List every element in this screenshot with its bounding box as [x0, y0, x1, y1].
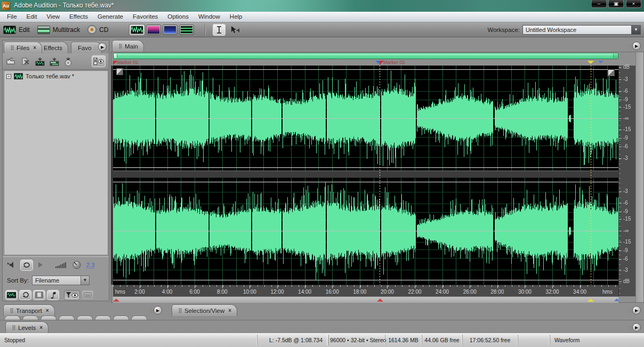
menu-item-favorites[interactable]: Favorites: [128, 12, 163, 22]
db-minor-tick: [619, 130, 621, 131]
tab-transport-close-icon[interactable]: ×: [46, 308, 49, 313]
show-loop-files-button[interactable]: [19, 290, 31, 300]
boundary-handle-left-icon[interactable]: [116, 68, 123, 75]
autoplay-icon[interactable]: [7, 261, 15, 269]
time-selection-tool-button[interactable]: [213, 24, 226, 36]
volume-knob-icon[interactable]: [72, 260, 82, 270]
volume-bars-icon[interactable]: [55, 262, 67, 268]
timeline-label: 26:00: [463, 289, 477, 295]
playhead-triangle-icon[interactable]: [587, 61, 594, 64]
db-label: dB: [623, 64, 630, 70]
menu-item-edit[interactable]: Edit: [22, 12, 42, 22]
zoom-navigation-bar[interactable]: [113, 53, 618, 59]
workspace-dropdown-arrow[interactable]: ▼: [631, 26, 640, 34]
cd-view-button[interactable]: CD: [87, 25, 108, 34]
menu-item-window[interactable]: Window: [194, 12, 225, 22]
timeline-label: 30:00: [518, 289, 532, 295]
tab-levels-close-icon[interactable]: ×: [39, 325, 43, 330]
tab-files[interactable]: Files ×: [4, 42, 42, 53]
tab-selection-close-icon[interactable]: ×: [228, 308, 231, 313]
menu-item-view[interactable]: View: [42, 12, 65, 22]
spectral-pan-button[interactable]: [163, 25, 178, 35]
main-panel-menu-button[interactable]: ▶: [632, 42, 641, 50]
show-audio-files-button[interactable]: [5, 290, 18, 300]
insert-into-cd-icon[interactable]: [63, 57, 73, 66]
edit-view-button[interactable]: Edit: [3, 26, 30, 34]
timeline-minor-tick: [257, 285, 258, 287]
timeline-minor-tick: [519, 285, 519, 287]
multitrack-view-button[interactable]: Multitrack: [37, 26, 80, 34]
spectral-frequency-button[interactable]: [146, 25, 161, 35]
db-minor-tick: [619, 149, 621, 150]
db-tick: [619, 100, 622, 100]
tab-selection-view[interactable]: Selection/View ×: [172, 304, 237, 316]
waveform-display[interactable]: [113, 66, 618, 285]
menu-item-file[interactable]: File: [2, 12, 22, 22]
file-list-item[interactable]: + Только тебе.wav *: [4, 71, 108, 82]
show-midi-files-button[interactable]: [47, 290, 59, 300]
vertical-zoom-strip[interactable]: [635, 52, 643, 302]
marker-label[interactable]: Marker 01: [117, 60, 139, 65]
amplitude-ruler[interactable]: dB-3-6-9-15-∞-15-9-6-3-3-6-9-15-∞-15-9-6…: [618, 66, 635, 296]
db-label: -6: [623, 143, 628, 149]
adobe-audition-window: Au Adobe Audition - Только тебе.wav* – ▣…: [0, 0, 644, 347]
restore-button[interactable]: ▣: [608, 0, 624, 8]
files-panel-menu-button[interactable]: ▶: [98, 43, 107, 51]
import-file-icon[interactable]: [6, 57, 17, 66]
title-bar[interactable]: Au Adobe Audition - Только тебе.wav* – ▣…: [0, 0, 644, 12]
marker1-bottom-triangle-icon[interactable]: [113, 298, 119, 302]
insert-into-edit-icon[interactable]: [35, 57, 45, 66]
tab-main[interactable]: Main: [112, 40, 144, 52]
play-file-icon[interactable]: [38, 262, 43, 268]
loop-play-button[interactable]: [20, 260, 33, 271]
selection-end-triangle-icon[interactable]: [598, 61, 603, 63]
db-minor-tick: [619, 216, 621, 217]
timeline-minor-tick: [429, 285, 430, 287]
transport-panel-menu-button[interactable]: ▶: [154, 306, 162, 314]
menu-item-options[interactable]: Options: [163, 12, 194, 22]
bottom-marker-strip[interactable]: [113, 296, 618, 303]
spectral-phase-button[interactable]: [179, 25, 194, 35]
file-list[interactable]: + Только тебе.wav *: [4, 70, 108, 255]
db-label: -9: [623, 135, 628, 141]
close-file-icon[interactable]: [20, 57, 31, 66]
autoplay-volume-value[interactable]: 2.3: [86, 262, 94, 269]
scrub-tool-button[interactable]: [229, 24, 241, 36]
marker2-bottom-triangle-icon[interactable]: [377, 298, 383, 302]
close-button[interactable]: ×: [626, 0, 641, 8]
tab-files-close-icon[interactable]: ×: [33, 45, 36, 51]
menu-item-help[interactable]: Help: [225, 12, 247, 22]
nav-left-handle[interactable]: [114, 54, 117, 58]
files-filter-row: cda: [3, 288, 109, 302]
filter-options-toggle[interactable]: [64, 290, 80, 300]
transport-state: Stopped: [0, 335, 257, 345]
timeline-minor-tick: [587, 285, 588, 287]
db-minor-tick: [619, 135, 621, 135]
show-options-toggle[interactable]: [92, 55, 106, 67]
selection-panel-menu-button[interactable]: ▶: [632, 306, 641, 314]
timeline-ruler[interactable]: 2:004:006:008:0010:0012:0014:0016:0018:0…: [113, 285, 618, 296]
cd-filter-button[interactable]: cda: [82, 290, 94, 300]
sort-dropdown-arrow[interactable]: ▼: [80, 276, 89, 285]
minimize-button[interactable]: –: [591, 0, 607, 8]
timeline-label: 14:00: [298, 289, 311, 295]
waveform-canvas[interactable]: [113, 66, 618, 285]
marker-label[interactable]: Marker 02: [383, 60, 405, 65]
marker-strip[interactable]: Marker 01Marker 02: [113, 60, 618, 66]
boundary-handle-right-icon[interactable]: [608, 69, 615, 76]
expand-toggle[interactable]: +: [6, 74, 11, 79]
nav-right-handle[interactable]: [613, 54, 617, 58]
show-video-files-button[interactable]: [33, 290, 45, 300]
sort-by-select[interactable]: Filename ▼: [32, 276, 90, 285]
playhead-bottom-triangle-icon[interactable]: [587, 298, 594, 302]
insert-into-multitrack-icon[interactable]: [49, 57, 60, 66]
timeline-minor-tick: [354, 285, 355, 287]
menu-item-generate[interactable]: Generate: [93, 12, 128, 22]
menu-item-effects[interactable]: Effects: [65, 12, 93, 22]
tab-transport[interactable]: Transport ×: [3, 304, 55, 316]
selection-bottom-triangle-icon[interactable]: [614, 298, 619, 301]
waveform-display-button[interactable]: [130, 25, 144, 35]
levels-panel-menu-button[interactable]: ▶: [632, 323, 641, 332]
workspace-select[interactable]: Untitled Workspace ▼: [522, 25, 641, 35]
tab-levels[interactable]: Levels ×: [5, 321, 49, 333]
